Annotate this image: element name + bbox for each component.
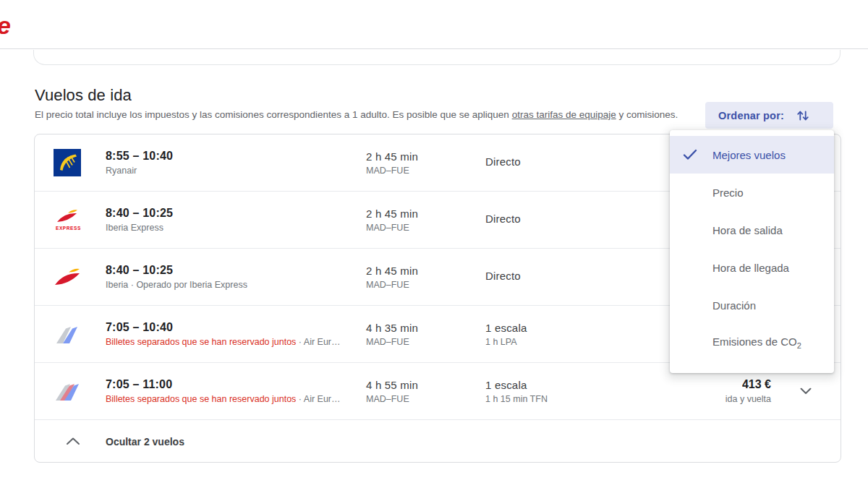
- flight-price: 413 €: [726, 378, 771, 391]
- menu-item-duracion[interactable]: Duración: [670, 286, 834, 324]
- menu-item-label: Duración: [712, 299, 756, 312]
- flight-times: 7:05 – 10:40: [106, 321, 362, 334]
- flight-warning: Billetes separados que se han reservado …: [106, 394, 296, 404]
- flight-route: MAD–FUE: [366, 394, 482, 404]
- brand-logo[interactable]: e: [0, 12, 11, 40]
- menu-item-mejores-vuelos[interactable]: Mejores vuelos: [670, 136, 834, 174]
- flight-stops-detail: 1 h LPA: [485, 337, 630, 347]
- menu-item-label: Mejores vuelos: [712, 149, 786, 161]
- iberia-express-logo: EXPRESS: [53, 205, 82, 234]
- menu-item-label: Emisiones de CO2: [712, 335, 801, 350]
- sort-by-label: Ordenar por:: [718, 110, 784, 121]
- flight-route: MAD–FUE: [366, 223, 482, 233]
- flight-route: MAD–FUE: [366, 280, 482, 290]
- menu-item-label-text: Emisiones de CO: [712, 335, 797, 348]
- search-form-card-bottom: [33, 50, 841, 65]
- ryanair-logo: [53, 148, 82, 177]
- flight-carrier: Ryanair: [106, 166, 137, 176]
- flight-stops: Directo: [485, 270, 630, 282]
- chevron-down-icon[interactable]: [800, 388, 812, 395]
- flight-price-note: ida y vuelta: [726, 394, 771, 404]
- menu-item-emisiones-co2[interactable]: Emisiones de CO2: [670, 324, 834, 361]
- flight-stops: Directo: [485, 213, 630, 225]
- check-icon: [683, 149, 697, 160]
- flight-times: 7:05 – 11:00: [106, 378, 362, 391]
- flight-duration: 2 h 45 min: [366, 207, 482, 220]
- page: e Vuelos de ida El precio total incluye …: [0, 0, 868, 488]
- flight-stops: 1 escala: [485, 379, 630, 391]
- flight-route: MAD–FUE: [366, 337, 482, 347]
- hide-flights-label: Ocultar 2 vuelos: [106, 436, 184, 448]
- flight-carrier: Iberia · Operado por Iberia Express: [106, 280, 247, 290]
- flight-carrier: · Air Eur…: [296, 394, 340, 404]
- sort-by-menu: Mejores vuelos Precio Hora de salida Hor…: [670, 130, 834, 373]
- flight-times: 8:40 – 10:25: [106, 207, 362, 220]
- top-navigation-bar: e: [0, 0, 868, 49]
- flight-stops: 1 escala: [485, 322, 630, 334]
- separate-tickets-logo: [53, 377, 82, 406]
- flight-duration: 4 h 55 min: [366, 379, 482, 391]
- price-disclaimer: El precio total incluye los impuestos y …: [35, 109, 693, 120]
- menu-item-hora-de-salida[interactable]: Hora de salida: [670, 211, 834, 249]
- flight-stops: Directo: [485, 155, 630, 168]
- flight-times: 8:55 – 10:40: [106, 150, 362, 163]
- menu-item-precio[interactable]: Precio: [670, 174, 834, 211]
- menu-item-label: Precio: [712, 187, 744, 199]
- flight-duration: 4 h 35 min: [366, 322, 482, 334]
- chevron-up-icon: [66, 437, 80, 445]
- flight-carrier: · Air Eur…: [296, 337, 340, 347]
- menu-item-label-subscript: 2: [797, 341, 801, 350]
- page-title: Vuelos de ida: [35, 86, 132, 105]
- flight-duration: 2 h 45 min: [366, 265, 482, 277]
- disclaimer-text: El precio total incluye los impuestos y …: [35, 109, 512, 120]
- flight-duration: 2 h 45 min: [366, 150, 482, 163]
- flight-route: MAD–FUE: [366, 166, 482, 176]
- iberia-logo: [53, 262, 82, 291]
- sort-arrows-icon: [796, 108, 810, 123]
- hide-flights-button[interactable]: Ocultar 2 vuelos: [35, 420, 841, 463]
- separate-tickets-logo: [53, 320, 82, 348]
- flight-carrier: Iberia Express: [106, 223, 163, 233]
- baggage-fees-link[interactable]: otras tarifas de equipaje: [512, 109, 616, 120]
- flight-stops-detail: 1 h 15 min TFN: [485, 394, 630, 404]
- menu-item-label: Hora de salida: [712, 224, 783, 236]
- menu-item-label: Hora de llegada: [712, 262, 789, 274]
- menu-item-hora-de-llegada[interactable]: Hora de llegada: [670, 249, 834, 286]
- flight-times: 8:40 – 10:25: [106, 264, 362, 277]
- sort-by-button[interactable]: Ordenar por:: [705, 102, 833, 129]
- disclaimer-text-suffix: y comisiones.: [616, 109, 678, 120]
- flight-warning: Billetes separados que se han reservado …: [106, 337, 296, 347]
- svg-text:EXPRESS: EXPRESS: [56, 226, 81, 231]
